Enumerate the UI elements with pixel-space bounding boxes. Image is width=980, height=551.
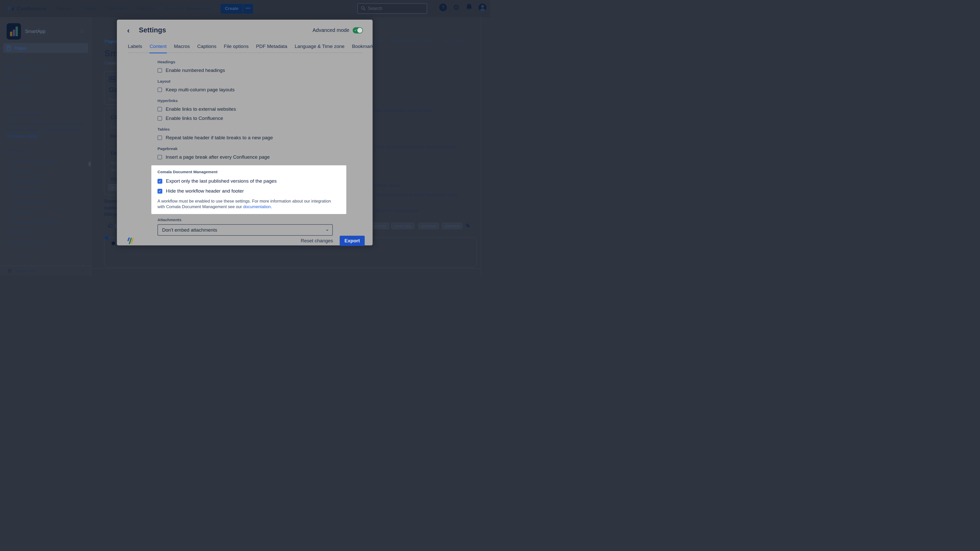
sidebar-item-label: Blog (14, 56, 23, 60)
pages-icon (6, 46, 11, 51)
search-icon (361, 6, 366, 11)
checkbox-unchecked-icon[interactable] (158, 68, 162, 73)
notifications-bell-icon[interactable] (466, 3, 473, 11)
create-button[interactable]: Create (221, 4, 243, 14)
bullet-icon: • (4, 220, 8, 225)
paragraph-text: Smart (104, 199, 117, 204)
page-tree-item[interactable]: ›Custom Development (4, 197, 88, 207)
top-navigation: Confluence Spaces› People Calendars Anal… (0, 0, 490, 17)
scroll-exporter-logo-icon (126, 237, 134, 245)
checkbox-insert-page-break[interactable]: Insert a page break after every Confluen… (158, 154, 270, 160)
page-tree-item[interactable]: ›How-to articles (4, 227, 88, 238)
search-input[interactable]: Search (357, 3, 427, 14)
create-more-button[interactable]: ••• (243, 4, 253, 14)
tab-captions[interactable]: Captions (197, 44, 217, 52)
chevron-right-icon[interactable]: › (4, 189, 8, 194)
profile-avatar[interactable] (479, 3, 487, 11)
document-toolbox-button[interactable]: Document toolbox (393, 38, 435, 44)
section-title-layout: Layout (158, 79, 170, 84)
checkbox-export-last-published[interactable]: ✓ Export only the last published version… (158, 178, 340, 184)
breadcrumb[interactable]: Pages (105, 39, 117, 44)
checkbox-checked-icon[interactable]: ✓ (158, 179, 162, 184)
help-icon[interactable]: ? (439, 3, 447, 11)
space-tools[interactable]: ⚙ Space tools « (0, 266, 91, 275)
space-shortcuts-description: Here you can add shortcut links to the m… (7, 120, 84, 139)
checkbox-enable-confluence-links[interactable]: Enable links to Confluence (158, 116, 223, 121)
label-tag[interactable]: premium (418, 223, 439, 229)
checkbox-enable-numbered-headings[interactable]: Enable numbered headings (158, 68, 225, 73)
configure-sidebar-link[interactable]: Configure sidebar. (7, 134, 39, 138)
settings-tabs: Labels Content Macros Captions File opti… (127, 44, 363, 53)
label-tag[interactable]: smart-app (391, 223, 414, 229)
nav-item-people[interactable]: People (83, 6, 97, 11)
tab-content[interactable]: Content (149, 44, 167, 52)
space-shortcuts-heading: SPACE SHORTCUTS (7, 113, 41, 117)
back-icon[interactable]: ‹ (127, 27, 130, 34)
sidebar-item-scroll-documents[interactable]: Scroll Documents (3, 62, 88, 72)
sidebar-item-pages[interactable]: Pages (3, 43, 88, 53)
checkbox-keep-multi-column-layouts[interactable]: Keep multi-column page layouts (158, 87, 234, 93)
nav-item-spaces[interactable]: Spaces› (56, 6, 73, 11)
nav-menu: Spaces› People Calendars Analytics Docum… (56, 6, 211, 11)
advanced-mode-label: Advanced mode (312, 27, 349, 33)
checkbox-unchecked-icon[interactable] (158, 107, 162, 111)
collapse-sidebar-icon[interactable]: « (81, 268, 84, 274)
tab-macros[interactable]: Macros (174, 44, 190, 52)
advanced-mode-toggle[interactable]: ✓ (353, 27, 363, 33)
documentation-link[interactable]: documentation (243, 204, 271, 209)
chevron-right-icon[interactable]: › (4, 159, 8, 164)
settings-modal: ‹ Settings Advanced mode ✓ Labels Conten… (117, 20, 372, 245)
section-title-headings: Headings (158, 60, 175, 64)
sidebar-item-calendars[interactable]: Calendars (3, 72, 88, 82)
nav-item-analytics[interactable]: Analytics (137, 6, 154, 11)
star-icon[interactable]: ☆ (80, 28, 84, 35)
page-tree-item[interactable]: ›Team Boards (4, 166, 88, 176)
checkbox-repeat-table-header[interactable]: Repeat table header if table breaks to a… (158, 135, 273, 141)
advanced-mode-control: Advanced mode ✓ (312, 27, 363, 33)
attachments-select[interactable]: Don't embed attachments › (158, 224, 333, 236)
scroll-documents-icon (6, 65, 11, 70)
tab-pdf-metadata[interactable]: PDF Metadata (256, 44, 288, 52)
chevron-right-icon[interactable]: › (4, 230, 8, 235)
checkbox-unchecked-icon[interactable] (158, 87, 162, 92)
sidebar-item-analytics[interactable]: Analytics (3, 82, 88, 92)
chevron-right-icon[interactable]: › (4, 169, 8, 174)
page-tree-item[interactable]: ›Introduction to SmartApp (4, 156, 88, 166)
export-button[interactable]: Export (340, 236, 365, 246)
sidebar-nav: Pages ❞ Blog Scroll Documents Calendars … (3, 43, 88, 92)
chevron-right-icon[interactable]: › (4, 210, 8, 214)
paragraph-text: lifecyc (104, 212, 118, 217)
checkbox-unchecked-icon[interactable] (158, 116, 162, 121)
chevron-right-icon[interactable]: › (4, 241, 8, 245)
label-tag[interactable]: standard (442, 223, 462, 229)
checkbox-unchecked-icon[interactable] (158, 155, 162, 159)
confluence-logo[interactable]: Confluence (8, 5, 46, 12)
body-text-fragment: nd feel empowered to share knowledge abo… (372, 192, 457, 197)
reset-changes-button[interactable]: Reset changes (298, 236, 336, 246)
gear-icon[interactable]: ⚙ (453, 3, 460, 11)
checkbox-checked-icon[interactable]: ✓ (158, 189, 162, 194)
nav-item-document-management[interactable]: Document Management (165, 6, 211, 11)
chevron-right-icon[interactable]: › (4, 179, 8, 184)
checkbox-unchecked-icon[interactable] (158, 135, 162, 140)
tab-bookmarks[interactable]: Bookmarks (352, 44, 376, 52)
label-tag[interactable]: erprise (372, 223, 389, 229)
body-text-fragment: d ideas for improvement. (373, 208, 419, 213)
page-tree-item[interactable]: ›Release Notes (4, 207, 88, 218)
chevron-right-icon[interactable]: › (4, 200, 8, 204)
page-more-button[interactable]: ••• (470, 38, 476, 44)
tab-language-time-zone[interactable]: Language & Time zone (294, 44, 345, 52)
tab-labels[interactable]: Labels (127, 44, 142, 52)
share-button[interactable]: Share (445, 38, 464, 44)
space-logo-icon[interactable] (6, 23, 21, 40)
page-tree-item[interactable]: •SmartApp Public Roadmap (4, 218, 88, 227)
page-tree-item[interactable]: ›Data Visualization (4, 176, 88, 187)
page-tree-item[interactable]: ›Migrated shortcuts (4, 238, 88, 248)
page-tree-item[interactable]: ›Data Aggregation (4, 187, 88, 197)
checkbox-enable-external-links[interactable]: Enable links to external websites (158, 106, 236, 112)
sidebar-item-blog[interactable]: ❞ Blog (3, 53, 88, 62)
checkbox-hide-workflow-header-footer[interactable]: ✓ Hide the workflow header and footer (158, 188, 340, 194)
tab-file-options[interactable]: File options (224, 44, 249, 52)
sidebar-resize-handle[interactable] (89, 162, 90, 166)
nav-item-calendars[interactable]: Calendars (107, 6, 127, 11)
